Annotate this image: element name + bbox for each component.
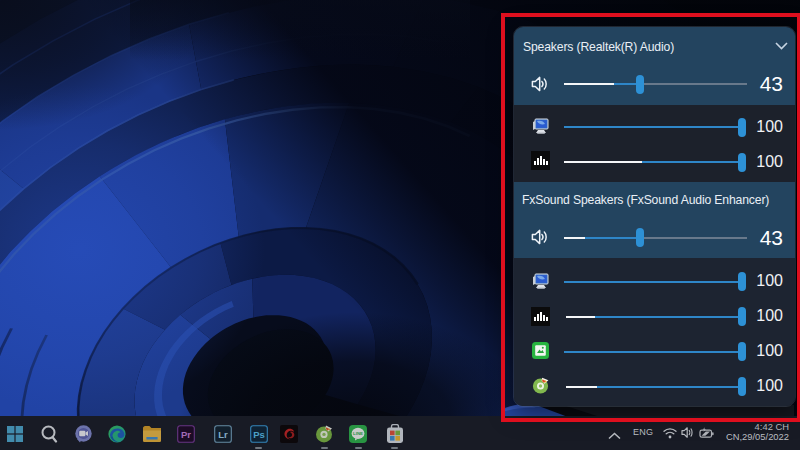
svg-text:Ps: Ps — [253, 429, 265, 440]
svg-text:Pr: Pr — [181, 429, 191, 440]
svg-text:Lr: Lr — [218, 429, 228, 440]
svg-text:LINE: LINE — [353, 431, 363, 436]
